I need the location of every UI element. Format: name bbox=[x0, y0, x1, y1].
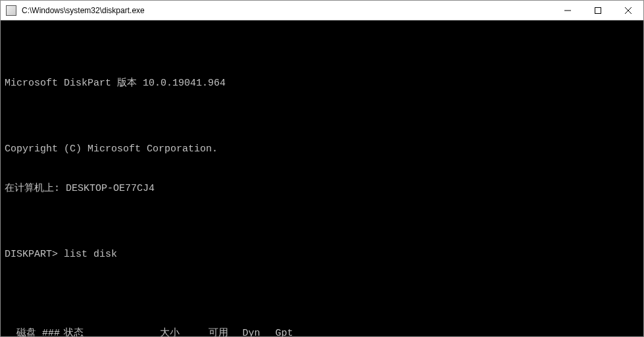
window-icon bbox=[6, 5, 16, 16]
col-header-dyn: Dyn bbox=[235, 327, 268, 336]
col-header-size: 大小 bbox=[136, 327, 189, 336]
copyright-line: Copyright (C) Microsoft Corporation. bbox=[5, 143, 642, 156]
computer-line: 在计算机上: DESKTOP-OE77CJ4 bbox=[5, 182, 642, 195]
col-header-gpt: Gpt bbox=[268, 327, 301, 336]
version-line: Microsoft DiskPart 版本 10.0.19041.964 bbox=[5, 77, 642, 90]
prompt-line-1: DISKPART> list disk bbox=[5, 248, 642, 261]
prompt-text: DISKPART> bbox=[5, 249, 64, 260]
window-title: C:\Windows\system32\diskpart.exe bbox=[20, 6, 553, 15]
terminal-area[interactable]: Microsoft DiskPart 版本 10.0.19041.964 Cop… bbox=[1, 20, 643, 336]
col-header-disk: 磁盘 ### bbox=[5, 327, 64, 336]
window-titlebar: C:\Windows\system32\diskpart.exe bbox=[1, 1, 643, 20]
command-text: list disk bbox=[64, 249, 117, 260]
svg-rect-1 bbox=[595, 7, 601, 13]
minimize-button[interactable] bbox=[553, 1, 583, 20]
table-header: 磁盘 ### 状态 大小 可用 Dyn Gpt bbox=[5, 327, 642, 336]
maximize-button[interactable] bbox=[583, 1, 613, 20]
col-header-state: 状态 bbox=[64, 327, 136, 336]
window-controls bbox=[553, 1, 643, 20]
close-button[interactable] bbox=[613, 1, 643, 20]
col-header-free: 可用 bbox=[189, 327, 235, 336]
